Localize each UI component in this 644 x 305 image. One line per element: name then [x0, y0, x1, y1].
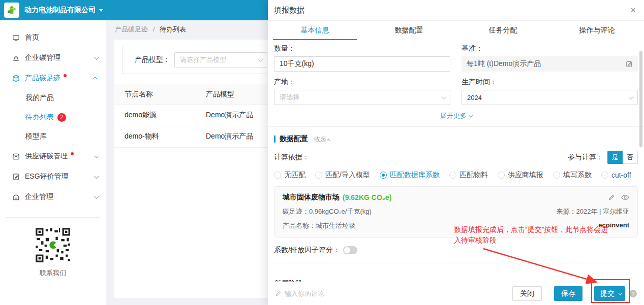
close-button[interactable]: 关闭 [512, 286, 542, 301]
radio-label: 匹配数据库系数 [390, 171, 440, 180]
help-icon[interactable]: ? [629, 290, 637, 297]
radio-label: 填写系数 [563, 171, 592, 180]
sidebar-subitem-model-library[interactable]: 模型库 [0, 127, 106, 146]
company-name[interactable]: 动力电池制品有限公司 [24, 6, 96, 15]
radio-label: 供应商填报 [508, 171, 543, 180]
tab-basic-info[interactable]: 基本信息 [268, 21, 362, 40]
box-icon [12, 153, 20, 160]
production-time-label: 生产时间： [462, 78, 638, 87]
origin-label: 产地： [274, 78, 450, 87]
sidebar-item-label: 产品碳足迹 [25, 74, 60, 83]
section-accent-bar [274, 135, 275, 143]
production-time-select[interactable]: 2024 [462, 90, 638, 105]
quantity-label: 数量： [274, 44, 450, 53]
tab-task-assign[interactable]: 任务分配 [456, 21, 550, 40]
chevron-down-icon [94, 153, 99, 158]
sidebar-subitem-label: 待办列表 [25, 113, 54, 122]
close-icon[interactable]: × [630, 6, 636, 15]
radio-label: 匹配/导入模型 [325, 171, 370, 180]
participate-no-button[interactable]: 否 [623, 151, 638, 164]
sidebar-divider [6, 217, 100, 218]
product-model-select[interactable]: 请选择产品模型 [174, 52, 267, 67]
submit-button[interactable]: 提交 [594, 286, 625, 301]
radio-icon [274, 172, 281, 179]
radio-supplier-report[interactable]: 供应商填报 [498, 171, 543, 180]
radio-icon [449, 172, 456, 179]
battery-leaf-icon [6, 5, 17, 16]
data-config-section-header: 数据配置 收起 [274, 134, 638, 144]
sidebar-item-supply-chain[interactable]: 供应链碳管理 [0, 146, 106, 166]
sidebar-subitem-my-products[interactable]: 我的产品 [0, 88, 106, 108]
product-model-filter-label: 产品模型： [135, 55, 170, 64]
eye-icon[interactable] [621, 194, 629, 200]
edit-square-icon[interactable] [626, 60, 633, 67]
comment-placeholder: 输入你的评论 [285, 289, 324, 298]
fill-data-drawer: 填报数据 × 基本信息 数据配置 任务分配 操作与评论 数量： 基准： 每1吨 … [268, 0, 644, 305]
participate-label: 参与计算： [568, 153, 603, 162]
factor-name: 城市固体废物市场 [283, 193, 340, 202]
cell-node-name: demo能源 [114, 105, 195, 126]
todo-count-badge: 2 [57, 113, 66, 122]
radio-icon [380, 172, 387, 179]
calc-basis-row: 计算依据： 参与计算： 是 否 [274, 151, 638, 164]
emission-factor-card: 城市固体废物市场 (9.62KG CO₂e) 碳足迹：0.96kgCO₂e/千克… [274, 186, 638, 238]
quantity-input[interactable] [274, 56, 450, 72]
section-title: 数据配置 [280, 134, 308, 144]
chevron-down-icon [618, 291, 622, 295]
radio-match-database-factor[interactable]: 匹配数据库系数 [380, 171, 440, 180]
sidebar-item-label: ESG评价管理 [25, 172, 69, 181]
drawer-scrollbar[interactable] [639, 51, 642, 147]
factor-source: 来源：2022年 | 塞尔维亚 [556, 207, 629, 216]
participate-yes-button[interactable]: 是 [607, 151, 623, 164]
cell-node-name: demo-物料 [114, 126, 195, 147]
radio-label: cut-off [611, 171, 631, 179]
factor-score-toggle[interactable] [343, 246, 357, 254]
divider [268, 263, 644, 263]
submit-label: 提交 [600, 289, 615, 298]
calc-basis-label: 计算依据： [274, 153, 310, 162]
expand-more-label: 展开更多 [440, 112, 467, 119]
save-button[interactable]: 保存 [554, 286, 582, 301]
contact-us-label: 联系我们 [0, 268, 106, 278]
edit-pencil-icon[interactable] [608, 194, 615, 201]
chevron-up-icon [327, 139, 330, 142]
baseline-field: 每1吨 (t)Demo演示产品 [462, 56, 638, 72]
tab-data-config[interactable]: 数据配置 [362, 21, 456, 40]
radio-cut-off[interactable]: cut-off [601, 171, 631, 179]
company-dropdown-caret-icon[interactable] [99, 9, 103, 12]
comment-input[interactable]: 输入你的评论 [275, 289, 324, 298]
sidebar-item-home[interactable]: 首页 [0, 27, 106, 48]
origin-select[interactable]: 请选择 [274, 90, 450, 105]
chevron-down-icon [94, 55, 99, 60]
collapse-link[interactable]: 收起 [314, 135, 330, 144]
expand-more-link[interactable]: 展开更多 [274, 111, 638, 120]
participate-toggle: 是 否 [607, 151, 638, 164]
sidebar-item-esg[interactable]: ESG评价管理 [0, 166, 106, 187]
radio-fill-factor[interactable]: 填写系数 [553, 171, 592, 180]
sidebar-item-enterprise-carbon[interactable]: 企业碳管理 [0, 48, 106, 68]
collapse-label: 收起 [314, 135, 326, 143]
factor-footprint: 碳足迹：0.96kgCO₂e/千克(kg) [283, 207, 372, 216]
radio-label: 无匹配 [284, 171, 305, 180]
tab-actions-comments[interactable]: 操作与评论 [550, 21, 644, 40]
notification-dot [71, 152, 74, 155]
sidebar-subitem-label: 我的产品 [25, 93, 54, 103]
match-type-radio-group: 无匹配 匹配/导入模型 匹配数据库系数 匹配物料 供应商填报 填写系数 cut-… [274, 171, 638, 180]
sidebar-item-product-footprint[interactable]: 产品碳足迹 [0, 68, 106, 88]
breadcrumb-section[interactable]: 产品碳足迹 [115, 25, 148, 33]
sidebar-subitem-todo-list[interactable]: 待办列表 2 [0, 108, 106, 127]
sidebar-item-enterprise-mgmt[interactable]: 企业管理 [0, 187, 106, 207]
production-time-value: 2024 [467, 94, 629, 101]
radio-no-match[interactable]: 无匹配 [274, 171, 305, 180]
sidebar-item-label: 首页 [25, 33, 39, 42]
building-icon [12, 193, 20, 201]
scale-icon [12, 54, 20, 62]
factor-database: ecoinvent [598, 221, 629, 230]
radio-match-import-model[interactable]: 匹配/导入模型 [315, 171, 370, 180]
sidebar-item-label: 供应链碳管理 [25, 152, 68, 161]
pencil-icon [275, 290, 282, 297]
radio-match-material[interactable]: 匹配物料 [449, 171, 488, 180]
chevron-down-icon [629, 94, 634, 99]
chevron-up-icon [93, 76, 98, 81]
chevron-down-icon [94, 174, 99, 179]
